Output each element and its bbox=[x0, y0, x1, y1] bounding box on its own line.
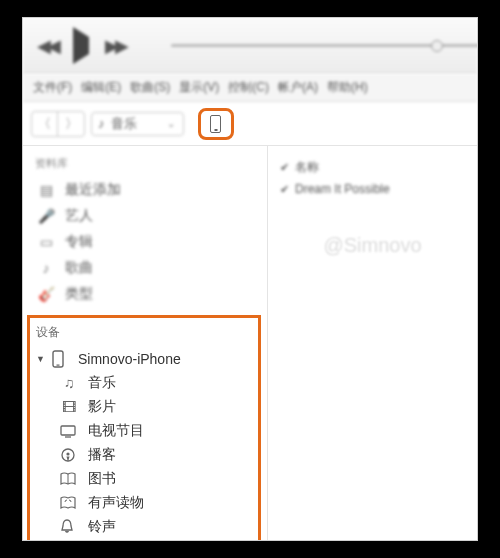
nav-back-forward[interactable]: 〈 〉 bbox=[31, 111, 85, 137]
checkbox-icon[interactable]: ✔ bbox=[280, 161, 289, 174]
grid-icon: ▤ bbox=[37, 182, 55, 198]
device-button[interactable] bbox=[198, 108, 234, 140]
device-category-movies[interactable]: 🎞影片 bbox=[34, 395, 254, 419]
genre-icon: 🎸 bbox=[37, 286, 55, 302]
disclosure-triangle-icon[interactable]: ▼ bbox=[36, 354, 44, 364]
device-item[interactable]: ▼ Simnovo-iPhone bbox=[34, 347, 254, 371]
music-note-icon: ♪ bbox=[98, 116, 105, 131]
library-section: 资料库 ▤最近添加 🎤艺人 ▭专辑 ♪歌曲 🎸类型 bbox=[23, 146, 267, 311]
book-icon bbox=[60, 472, 78, 486]
podcast-icon bbox=[60, 447, 78, 463]
device-category-tv[interactable]: 电视节目 bbox=[34, 419, 254, 443]
device-name-label: Simnovo-iPhone bbox=[78, 351, 181, 367]
media-type-selector[interactable]: ♪ 音乐 ⌄ bbox=[91, 112, 184, 136]
device-category-music[interactable]: ♫音乐 bbox=[34, 371, 254, 395]
library-item-songs[interactable]: ♪歌曲 bbox=[29, 255, 267, 281]
devices-section: 设备 ▼ Simnovo-iPhone ♫音乐 🎞影片 电视节目 播客 bbox=[27, 315, 261, 541]
menu-file[interactable]: 文件(F) bbox=[31, 77, 74, 98]
music-note-icon: ♫ bbox=[60, 375, 78, 391]
track-row[interactable]: ✔Dream It Possible bbox=[280, 179, 465, 199]
device-category-tones[interactable]: 铃声 bbox=[34, 515, 254, 539]
music-note-icon: ♪ bbox=[37, 260, 55, 276]
sub-toolbar: 〈 〉 ♪ 音乐 ⌄ bbox=[23, 102, 477, 146]
menu-view[interactable]: 显示(V) bbox=[177, 77, 221, 98]
nav-back-button[interactable]: 〈 bbox=[32, 112, 58, 136]
track-row[interactable]: ✔名称 bbox=[280, 156, 465, 179]
menu-controls[interactable]: 控制(C) bbox=[226, 77, 271, 98]
volume-slider[interactable] bbox=[171, 40, 443, 52]
media-type-label: 音乐 bbox=[111, 115, 137, 133]
svg-rect-1 bbox=[57, 365, 60, 366]
device-category-books[interactable]: 图书 bbox=[34, 467, 254, 491]
menu-edit[interactable]: 编辑(E) bbox=[79, 77, 123, 98]
bell-icon bbox=[60, 519, 78, 535]
album-icon: ▭ bbox=[37, 234, 55, 250]
nav-forward-button[interactable]: 〉 bbox=[58, 112, 84, 136]
chevron-down-icon: ⌄ bbox=[167, 118, 175, 129]
track-list: ✔名称 ✔Dream It Possible bbox=[268, 146, 477, 209]
audiobook-icon bbox=[60, 496, 78, 510]
library-item-genres[interactable]: 🎸类型 bbox=[29, 281, 267, 307]
menu-account[interactable]: 帐户(A) bbox=[276, 77, 320, 98]
next-track-button[interactable]: ▶▶ bbox=[105, 35, 125, 57]
checkbox-icon[interactable]: ✔ bbox=[280, 183, 289, 196]
svg-rect-2 bbox=[61, 426, 75, 435]
playback-bar: ◀◀ ▶▶ bbox=[23, 18, 477, 74]
menu-help[interactable]: 帮助(H) bbox=[325, 77, 370, 98]
device-category-audiobooks[interactable]: 有声读物 bbox=[34, 491, 254, 515]
film-icon: 🎞 bbox=[60, 399, 78, 415]
previous-track-button[interactable]: ◀◀ bbox=[37, 35, 57, 57]
library-header: 资料库 bbox=[29, 152, 267, 177]
library-item-artists[interactable]: 🎤艺人 bbox=[29, 203, 267, 229]
play-button[interactable] bbox=[73, 37, 89, 55]
device-category-podcasts[interactable]: 播客 bbox=[34, 443, 254, 467]
phone-icon bbox=[52, 350, 70, 368]
menu-songs[interactable]: 歌曲(S) bbox=[128, 77, 172, 98]
sidebar: 资料库 ▤最近添加 🎤艺人 ▭专辑 ♪歌曲 🎸类型 设备 ▼ Simnovo-i… bbox=[23, 146, 268, 540]
library-item-albums[interactable]: ▭专辑 bbox=[29, 229, 267, 255]
app-window: ◀◀ ▶▶ 文件(F) 编辑(E) 歌曲(S) 显示(V) 控制(C) 帐户(A… bbox=[22, 17, 478, 541]
content-area: ✔名称 ✔Dream It Possible @Simnovo bbox=[268, 146, 477, 540]
library-item-recent[interactable]: ▤最近添加 bbox=[29, 177, 267, 203]
devices-header: 设备 bbox=[34, 324, 254, 347]
menu-bar: 文件(F) 编辑(E) 歌曲(S) 显示(V) 控制(C) 帐户(A) 帮助(H… bbox=[23, 74, 477, 102]
svg-point-5 bbox=[66, 452, 69, 455]
watermark-text: @Simnovo bbox=[323, 234, 421, 257]
phone-icon bbox=[210, 115, 221, 133]
artist-icon: 🎤 bbox=[37, 208, 55, 224]
tv-icon bbox=[60, 424, 78, 438]
